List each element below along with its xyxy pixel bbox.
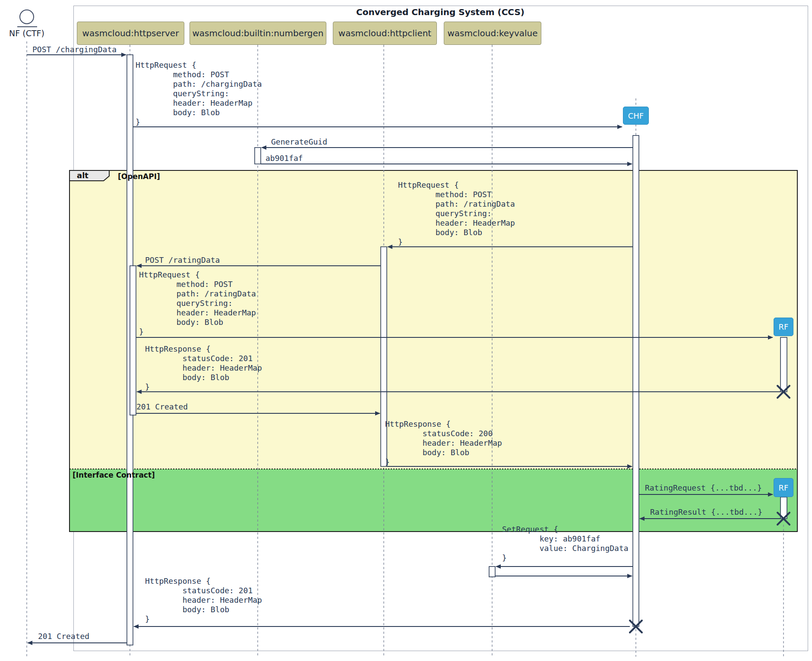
msg-httpresponse-201-final: HttpResponse { statusCode: 201 header: H… [145,576,262,624]
object-rf-contract-label: RF [779,483,789,492]
activation-chf [633,135,639,626]
msg-httpresponse-201-rf: HttpResponse { statusCode: 201 header: H… [145,344,262,392]
msg-httprequest-rating-client: HttpRequest { method: POST path: /rating… [398,180,515,247]
object-chf-label: CHF [628,111,644,120]
object-rf-contract: RF [774,478,793,497]
msg-201-created-mid: 201 Created [136,402,188,412]
alt-operator-tab [70,170,109,181]
sequence-diagram: Converged Charging System (CCS) NF (CTF)… [0,0,812,661]
msg-guid-result: ab901faf [265,154,303,163]
msg-ratingresult: RatingResult {...tbd...} [650,507,762,517]
alt-guard-openapi: [OpenAPI] [118,172,160,181]
diagram-lines-layer [0,0,812,661]
msg-post-chargingdata: POST /chargingData [32,45,117,54]
msg-setrequest: SetRequest { key: ab901faf value: Chargi… [502,525,629,563]
object-rf-openapi-label: RF [779,322,789,331]
msg-ratingrequest: RatingRequest {...tbd...} [645,483,762,493]
object-rf-openapi: RF [774,318,793,336]
msg-httprequest-rating-rf: HttpRequest { method: POST path: /rating… [139,270,256,337]
object-chf: CHF [623,107,649,125]
msg-httpresponse-200: HttpResponse { statusCode: 200 header: H… [385,419,502,467]
activation-numbergen [255,148,261,164]
msg-post-ratingdata: POST /ratingData [145,255,220,265]
activation-keyvalue [489,567,495,577]
msg-httprequest-charging: HttpRequest { method: POST path: /chargi… [136,60,262,127]
activation-httpserver-nested [130,266,136,415]
msg-generateguid: GenerateGuid [271,137,327,147]
alt-guard-interface-contract: [Interface Contract] [73,471,155,479]
msg-201-created-end: 201 Created [38,632,89,641]
activation-rf-openapi [780,337,787,392]
alt-operator-label: alt [77,171,88,180]
